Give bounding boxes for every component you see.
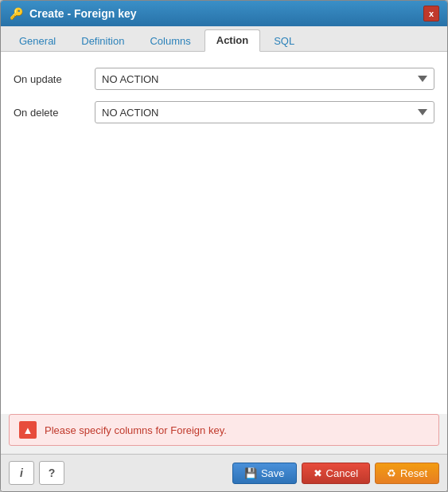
save-label: Save (261, 467, 285, 479)
on-update-label: On update (14, 73, 85, 85)
dialog-window: 🔑 Create - Foreign key x General Definit… (0, 0, 448, 492)
alert-icon: ▲ (19, 421, 37, 439)
save-button[interactable]: 💾 Save (232, 463, 297, 484)
title-bar: 🔑 Create - Foreign key x (1, 1, 447, 26)
tab-sql[interactable]: SQL (262, 30, 306, 51)
on-delete-select[interactable]: NO ACTION RESTRICT CASCADE SET NULL SET … (95, 101, 434, 123)
key-icon: 🔑 (9, 6, 23, 21)
tab-action[interactable]: Action (205, 29, 260, 52)
tab-columns[interactable]: Columns (138, 30, 202, 51)
footer-right: 💾 Save ✖ Cancel ♻ Reset (232, 463, 439, 484)
reset-label: Reset (400, 467, 427, 479)
reset-button[interactable]: ♻ Reset (375, 463, 439, 484)
cancel-label: Cancel (326, 467, 358, 479)
on-delete-row: On delete NO ACTION RESTRICT CASCADE SET… (14, 101, 434, 123)
on-delete-label: On delete (14, 107, 85, 119)
info-button[interactable]: i (9, 461, 34, 485)
alert-message: Please specify columns for Foreign key. (45, 424, 227, 436)
title-bar-left: 🔑 Create - Foreign key (9, 6, 137, 21)
tab-definition[interactable]: Definition (69, 30, 136, 51)
on-update-select[interactable]: NO ACTION RESTRICT CASCADE SET NULL SET … (95, 68, 434, 90)
content-area: On update NO ACTION RESTRICT CASCADE SET… (1, 52, 447, 414)
cancel-icon: ✖ (314, 467, 322, 479)
cancel-button[interactable]: ✖ Cancel (302, 463, 370, 484)
close-button[interactable]: x (423, 6, 439, 21)
save-icon: 💾 (244, 467, 257, 479)
help-button[interactable]: ? (39, 461, 64, 485)
alert-bar: ▲ Please specify columns for Foreign key… (9, 414, 439, 446)
window-title: Create - Foreign key (29, 7, 137, 20)
on-update-row: On update NO ACTION RESTRICT CASCADE SET… (14, 68, 434, 90)
footer: i ? 💾 Save ✖ Cancel ♻ Reset (1, 454, 447, 491)
footer-left: i ? (9, 461, 64, 485)
tab-general[interactable]: General (7, 30, 68, 51)
tabs-bar: General Definition Columns Action SQL (1, 26, 447, 52)
reset-icon: ♻ (387, 467, 396, 479)
